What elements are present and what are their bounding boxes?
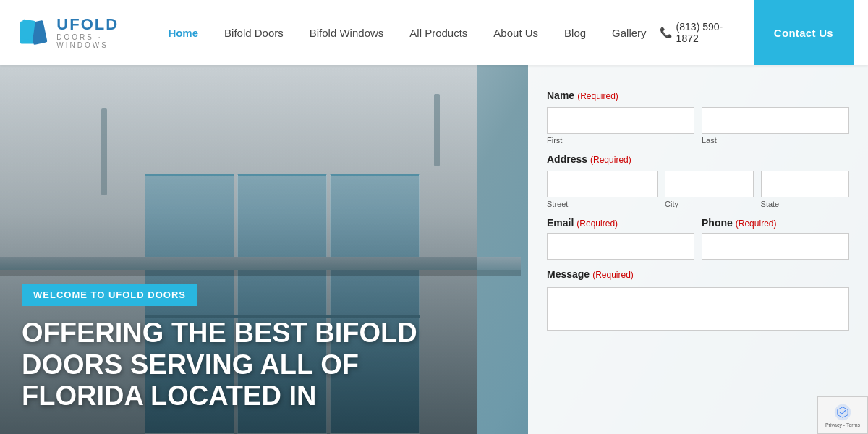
recaptcha-badge: Privacy - Terms xyxy=(817,396,868,434)
brand-sub: DOORS · WINDOWS xyxy=(56,33,155,49)
nav-blog[interactable]: Blog xyxy=(551,27,599,39)
hero-section: WELCOME TO UFOLD DOORS OFFERING THE BEST… xyxy=(0,65,868,434)
last-label: Last xyxy=(702,136,849,145)
nav-bifold-windows[interactable]: Bifold Windows xyxy=(297,27,397,39)
name-section-label: Name(Required) xyxy=(547,90,849,101)
email-phone-row: Email(Required) Phone(Required) xyxy=(547,217,849,260)
last-name-input[interactable] xyxy=(702,107,849,134)
last-name-field: Last xyxy=(702,107,849,145)
logo[interactable]: UFOLD DOORS · WINDOWS xyxy=(14,14,155,51)
street-label: Street xyxy=(547,200,658,208)
email-input[interactable] xyxy=(547,233,694,260)
nav-about-us[interactable]: About Us xyxy=(480,27,551,39)
phone-icon: 📞 xyxy=(660,27,672,38)
phone-group: Phone(Required) xyxy=(702,217,849,260)
recaptcha-privacy: Privacy - Terms xyxy=(825,422,860,427)
contact-form-panel: Name(Required) First Last Address(Requir… xyxy=(528,65,868,434)
contact-button[interactable]: Contact Us xyxy=(754,0,854,65)
address-row: Street City State xyxy=(547,171,849,208)
welcome-tag: WELCOME TO UFOLD DOORS xyxy=(22,284,197,306)
right-area: 📞 (813) 590-1872 Contact Us xyxy=(660,0,854,65)
city-input[interactable] xyxy=(665,171,753,197)
state-input[interactable] xyxy=(761,171,849,197)
phone-area: 📞 (813) 590-1872 xyxy=(660,21,739,44)
name-row: First Last xyxy=(547,107,849,145)
nav-home[interactable]: Home xyxy=(155,27,211,39)
state-field: State xyxy=(761,171,849,208)
hero-title: OFFERING THE BEST BIFOLD DOORS SERVING A… xyxy=(22,318,420,412)
brand-name: UFOLD xyxy=(56,16,155,33)
recaptcha-icon xyxy=(834,404,851,421)
nav-gallery[interactable]: Gallery xyxy=(599,27,660,39)
message-section-label: Message(Required) xyxy=(547,268,849,280)
phone-number: (813) 590-1872 xyxy=(676,21,739,44)
hero-content: WELCOME TO UFOLD DOORS OFFERING THE BEST… xyxy=(22,284,420,412)
phone-label: Phone(Required) xyxy=(702,217,849,229)
main-nav: Home Bifold Doors Bifold Windows All Pro… xyxy=(155,27,659,39)
phone-input[interactable] xyxy=(702,233,849,260)
street-field: Street xyxy=(547,171,658,208)
address-section-label: Address(Required) xyxy=(547,153,849,165)
message-textarea[interactable] xyxy=(547,287,849,331)
email-label: Email(Required) xyxy=(547,217,694,229)
street-input[interactable] xyxy=(547,171,658,197)
logo-icon xyxy=(14,14,51,51)
nav-bifold-doors[interactable]: Bifold Doors xyxy=(211,27,297,39)
first-label: First xyxy=(547,136,694,145)
logo-text: UFOLD DOORS · WINDOWS xyxy=(56,16,155,49)
first-name-field: First xyxy=(547,107,694,145)
city-field: City xyxy=(665,171,753,208)
state-label: State xyxy=(761,200,849,208)
nav-all-products[interactable]: All Products xyxy=(396,27,480,39)
top-bar: UFOLD DOORS · WINDOWS Home Bifold Doors … xyxy=(0,0,868,65)
first-name-input[interactable] xyxy=(547,107,694,134)
email-group: Email(Required) xyxy=(547,217,694,260)
city-label: City xyxy=(665,200,753,208)
